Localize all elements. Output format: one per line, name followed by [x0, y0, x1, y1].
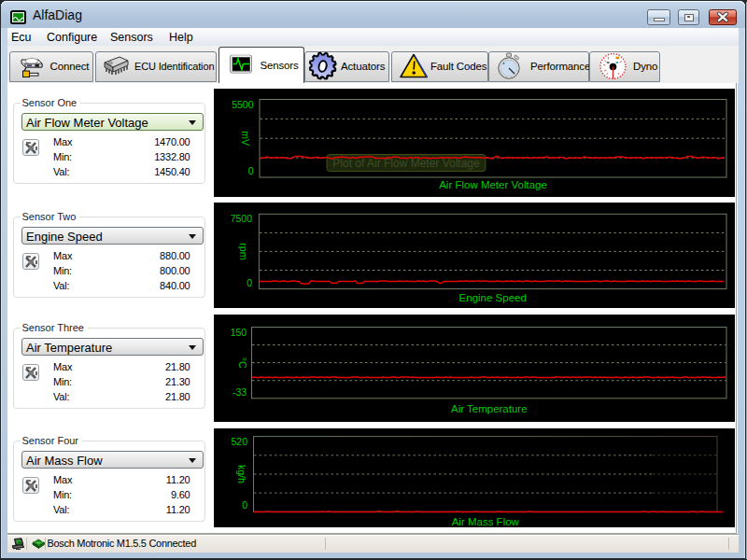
svg-text:520: 520: [231, 436, 247, 447]
svg-text:5500: 5500: [232, 99, 254, 110]
svg-text:0: 0: [247, 277, 252, 288]
svg-text:-33: -33: [233, 386, 247, 398]
svg-text:0: 0: [248, 165, 254, 176]
svg-text:0: 0: [242, 499, 247, 511]
svg-text:150: 150: [231, 327, 247, 338]
svg-text:mV: mV: [240, 131, 251, 146]
svg-text:Air Flow Meter Voltage: Air Flow Meter Voltage: [439, 179, 547, 190]
svg-text:Air Temperature: Air Temperature: [451, 403, 528, 414]
svg-text:Engine Speed: Engine Speed: [459, 292, 527, 303]
svg-text:rpm: rpm: [238, 243, 249, 259]
svg-text:7500: 7500: [231, 213, 253, 224]
svg-text:°C: °C: [237, 357, 248, 369]
svg-text:Air Mass Flow: Air Mass Flow: [452, 516, 520, 527]
svg-text:kg/h: kg/h: [236, 465, 247, 483]
